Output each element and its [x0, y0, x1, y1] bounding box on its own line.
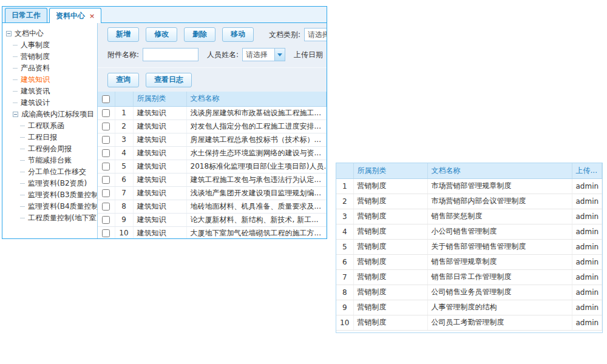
tree-item[interactable]: 监理资料(B2资质) [2, 178, 97, 189]
uploader-column-header: 上传... [572, 163, 602, 178]
row-checkbox[interactable] [102, 109, 110, 117]
tree-item-label: 监理资料(B4质量控制) [28, 201, 98, 212]
table-row[interactable]: 1建筑知识浅谈房屋建筑和市政基础设施工程施工... [98, 106, 327, 120]
tree-item[interactable]: 监理资料(B3质量控制) [2, 189, 97, 201]
row-name: 公司员工考勤管理制度 [427, 315, 572, 330]
table-row[interactable]: 6建筑知识建筑工程施工发包与承包违法行为认定... [98, 173, 327, 186]
row-category: 建筑知识 [133, 213, 186, 226]
table-row[interactable]: 8营销制度公司销售业务员管理制度admin [336, 285, 602, 300]
row-checkbox[interactable] [102, 149, 110, 157]
tab-daily-work[interactable]: 日常工作 [5, 8, 47, 22]
row-checkbox[interactable] [102, 189, 110, 197]
collapse-icon[interactable] [6, 31, 12, 36]
row-checkbox[interactable] [102, 136, 110, 144]
tree-item[interactable]: 工程例会周报 [2, 143, 97, 155]
row-number: 9 [336, 300, 353, 315]
checkbox-cell [98, 200, 115, 213]
table-row[interactable]: 3营销制度销售部奖惩制度admin [336, 209, 602, 224]
tree-item[interactable]: 文档中心 [2, 28, 97, 39]
row-uploader: admin [572, 209, 602, 224]
name-column-header: 文档名称 [427, 163, 572, 178]
row-number: 4 [115, 146, 133, 160]
table-row[interactable]: 4营销制度小公司销售管理制度admin [336, 224, 602, 239]
table-row[interactable]: 4建筑知识水土保持生态环境监测网络的建设与资... [98, 146, 327, 160]
tree-item[interactable]: 分工单位工作移交 [2, 166, 97, 178]
name-column-header: 文档名称 [186, 92, 327, 106]
tree-item[interactable]: 工程联系函 [2, 120, 97, 132]
tree-item[interactable]: 工程质量控制(地下室) [2, 212, 97, 224]
row-checkbox[interactable] [102, 229, 110, 237]
tab-close-icon[interactable]: × [89, 13, 95, 19]
window-body: 文档中心人事制度营销制度产品资料建筑知识建筑资讯建筑设计成渝高铁内江标段项目工程… [2, 23, 327, 239]
attachment-name-input[interactable] [143, 48, 198, 61]
table-row[interactable]: 10建筑知识大厦地下室加气砼墙砌筑工程的施工方... [98, 226, 327, 239]
table-row[interactable]: 2建筑知识对发包人指定分包的工程施工进度安排... [98, 120, 327, 133]
collapse-icon[interactable] [13, 112, 18, 117]
row-checkbox[interactable] [102, 176, 110, 184]
tree-item-label: 工程质量控制(地下室) [28, 213, 98, 223]
row-number: 6 [336, 254, 353, 269]
row-number: 1 [115, 106, 133, 120]
tree-item[interactable]: 工程日报 [2, 132, 97, 143]
tab-data-center[interactable]: 资料中心 × [49, 8, 101, 23]
row-category: 建筑知识 [133, 133, 186, 146]
row-checkbox[interactable] [102, 123, 110, 130]
select-all-checkbox[interactable] [102, 95, 110, 103]
row-number: 9 [115, 213, 133, 226]
delete-button[interactable]: 删除 [184, 27, 215, 41]
tree-item[interactable]: 产品资料 [2, 62, 97, 74]
move-button[interactable]: 移动 [222, 27, 254, 41]
tree-item[interactable]: 建筑设计 [2, 97, 97, 109]
row-checkbox[interactable] [102, 163, 110, 170]
row-category: 营销制度 [353, 254, 427, 269]
table-row[interactable]: 1营销制度市场营销部管理规章制度admin [336, 178, 602, 194]
query-button[interactable]: 查询 [107, 73, 139, 87]
table-row[interactable]: 9营销制度人事管理制度的结构admin [336, 300, 602, 315]
tree-item-label: 分工单位工作移交 [28, 167, 86, 177]
table-row[interactable]: 7建筑知识浅谈地产集团开发建设项目监理规划编... [98, 186, 327, 200]
number-column-header [115, 92, 133, 106]
tree-item[interactable]: 监理资料(B4质量控制) [2, 201, 97, 212]
tree-item[interactable]: 人事制度 [2, 39, 97, 51]
tree-item-label: 文档中心 [15, 29, 44, 39]
row-checkbox[interactable] [102, 203, 110, 211]
chevron-down-icon[interactable] [274, 49, 285, 61]
checkbox-cell [98, 213, 115, 226]
table-row[interactable]: 8建筑知识地砖地面材料、机具准备、质量要求及... [98, 200, 327, 213]
row-name: 大厦地下室加气砼墙砌筑工程的施工方... [186, 226, 327, 239]
row-checkbox[interactable] [102, 216, 110, 224]
edit-button[interactable]: 修改 [146, 27, 177, 41]
tree-item[interactable]: 营销制度 [2, 51, 97, 62]
row-uploader: admin [572, 224, 602, 239]
table-row[interactable]: 6营销制度销售部管理规章制度admin [336, 254, 602, 269]
row-name: 浅谈地产集团开发建设项目监理规划编... [186, 186, 327, 200]
person-select[interactable]: 请选择 [242, 48, 285, 61]
tree-item[interactable]: 成渝高铁内江标段项目 [2, 109, 97, 120]
table-row[interactable]: 9建筑知识论大厦新材料、新结构、新技术, 新工... [98, 213, 327, 226]
tree-item[interactable]: 建筑资讯 [2, 86, 97, 97]
table-row[interactable]: 2营销制度市场营销部内部会议管理制度admin [336, 194, 602, 209]
add-button[interactable]: 新增 [107, 27, 139, 41]
tree-leaf-icon [20, 183, 25, 184]
tree-leaf-icon [20, 149, 25, 149]
table-row[interactable]: 3建筑知识房屋建筑工程总承包投标书（技术标）... [98, 133, 327, 146]
checkbox-cell [98, 226, 115, 239]
category-select[interactable]: 请选择 [304, 28, 327, 41]
row-category: 营销制度 [353, 239, 427, 254]
tree-leaf-icon [20, 160, 25, 161]
table-row[interactable]: 5营销制度关于销售部管理销售管理制度admin [336, 239, 602, 254]
tree-leaf-icon [13, 103, 18, 103]
view-log-button[interactable]: 查看日志 [146, 73, 192, 87]
tree-item[interactable]: 建筑知识 [2, 74, 97, 86]
tree-item[interactable]: 节能减排台账 [2, 155, 97, 166]
row-uploader: admin [572, 315, 602, 330]
row-category: 营销制度 [353, 285, 427, 300]
documents-table: 所属别类 文档名称 1建筑知识浅谈房屋建筑和市政基础设施工程施工...2建筑知识… [98, 92, 327, 239]
tree-leaf-icon [13, 91, 18, 92]
table-row[interactable]: 7营销制度销售部日常工作管理制度admin [336, 269, 602, 285]
category-label: 文档类别: [269, 30, 300, 40]
table-row[interactable]: 5建筑知识2018标准化监理项目部(业主项目部)人员... [98, 160, 327, 173]
table-row[interactable]: 10营销制度公司员工考勤管理制度admin [336, 315, 602, 330]
tree-leaf-icon [20, 206, 25, 207]
tab-daily-work-label: 日常工作 [12, 10, 41, 21]
